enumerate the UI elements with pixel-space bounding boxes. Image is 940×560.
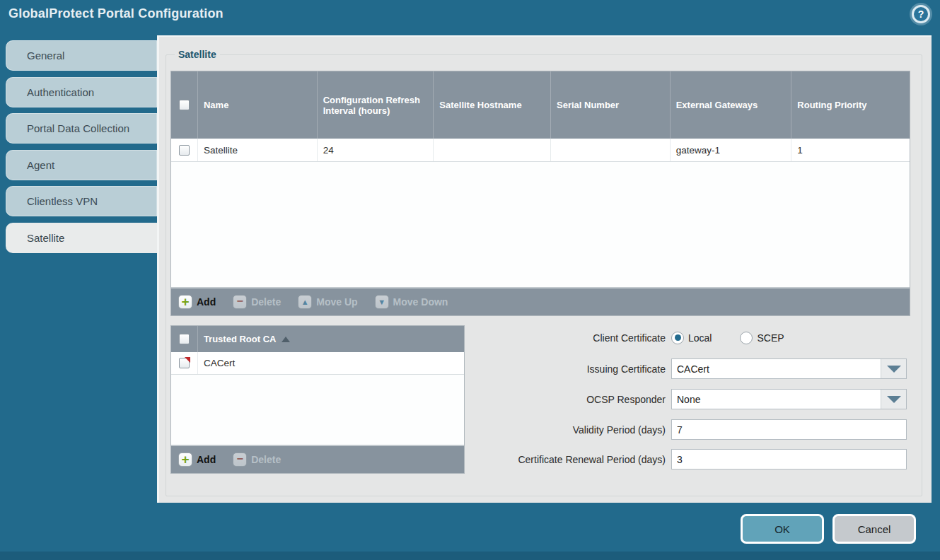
radio-local[interactable] [671,332,684,344]
satellites-table-header: Name Configuration Refresh Interval (hou… [171,71,910,139]
satellites-toolbar: Add Delete Move Up Move Down [171,287,910,315]
certificate-renewal-period-row: Certificate Renewal Period (days) [166,449,907,469]
certificate-renewal-period-field[interactable] [671,449,907,469]
add-icon [178,295,192,309]
column-header-satellite-hostname[interactable]: Satellite Hostname [434,71,551,139]
table-empty-area [171,162,910,287]
add-button[interactable]: Add [178,295,216,309]
fieldset-legend: Satellite [175,49,220,60]
cancel-button[interactable]: Cancel [832,514,916,544]
chevron-down-icon [887,366,901,373]
select-all-header-cell [171,71,198,139]
delete-button[interactable]: Delete [233,295,281,309]
dropdown-trigger[interactable] [881,390,906,409]
satellite-fieldset: Satellite Name Configuration Refresh Int… [166,54,922,496]
chevron-down-icon [887,396,901,403]
validity-period-label: Validity Period (days) [166,424,671,436]
select-all-checkbox[interactable] [179,100,190,110]
column-header-external-gateways[interactable]: External Gateways [671,71,792,139]
column-header-serial-number[interactable]: Serial Number [551,71,671,139]
tab-satellite[interactable]: Satellite [6,223,159,253]
ocsp-responder-row: OCSP Responder None [166,389,907,409]
cell-name: Satellite [198,139,318,161]
globalprotect-portal-dialog: GlobalProtect Portal Configuration ? Gen… [0,0,940,560]
client-certificate-row: Client Certificate Local SCEP [166,327,803,348]
tab-general[interactable]: General [6,40,157,71]
issuing-certificate-row: Issuing Certificate CACert [166,358,907,379]
satellites-table: Name Configuration Refresh Interval (hou… [170,71,910,316]
help-icon[interactable]: ? [912,5,930,23]
radio-scep[interactable] [740,332,753,344]
ok-button[interactable]: OK [741,514,824,544]
client-certificate-radio-group: Local SCEP [671,332,803,344]
table-row-satellite[interactable]: Satellite 24 gateway-1 1 [171,139,910,162]
certificate-renewal-period-label: Certificate Renewal Period (days) [166,454,671,465]
tab-portal-data-collection[interactable]: Portal Data Collection [6,113,157,144]
issuing-certificate-label: Issuing Certificate [166,363,671,375]
validity-period-row: Validity Period (days) [166,419,907,440]
validity-period-field[interactable] [671,419,907,440]
row-checkbox[interactable] [179,145,190,156]
cell-routing-priority: 1 [791,139,910,161]
column-header-name[interactable]: Name [198,71,318,139]
ocsp-responder-label: OCSP Responder [166,394,671,405]
issuing-certificate-select[interactable]: CACert [671,358,907,379]
radio-option-local[interactable]: Local [671,332,712,344]
radio-option-scep[interactable]: SCEP [740,332,784,344]
delete-icon [233,295,247,309]
move-down-button[interactable]: Move Down [375,295,448,309]
cell-external-gateways: gateway-1 [671,139,792,161]
cell-satellite-hostname [434,139,551,161]
cell-serial-number [551,139,671,161]
ocsp-responder-select[interactable]: None [671,389,907,409]
column-header-routing-priority[interactable]: Routing Priority [791,71,910,139]
page-title: GlobalProtect Portal Configuration [8,6,224,21]
tab-clientless-vpn[interactable]: Clientless VPN [6,186,157,216]
client-certificate-label: Client Certificate [166,332,671,344]
bottom-edge-strip [0,552,940,560]
move-up-icon [298,295,312,309]
move-up-button[interactable]: Move Up [298,295,357,309]
tab-agent[interactable]: Agent [6,150,157,180]
content-panel: Satellite Name Configuration Refresh Int… [157,35,932,503]
column-header-refresh-interval[interactable]: Configuration Refresh Interval (hours) [318,71,434,139]
move-down-icon [375,295,389,309]
cell-refresh-interval: 24 [318,139,434,161]
dropdown-trigger[interactable] [881,359,906,378]
tab-authentication[interactable]: Authentication [6,77,157,107]
